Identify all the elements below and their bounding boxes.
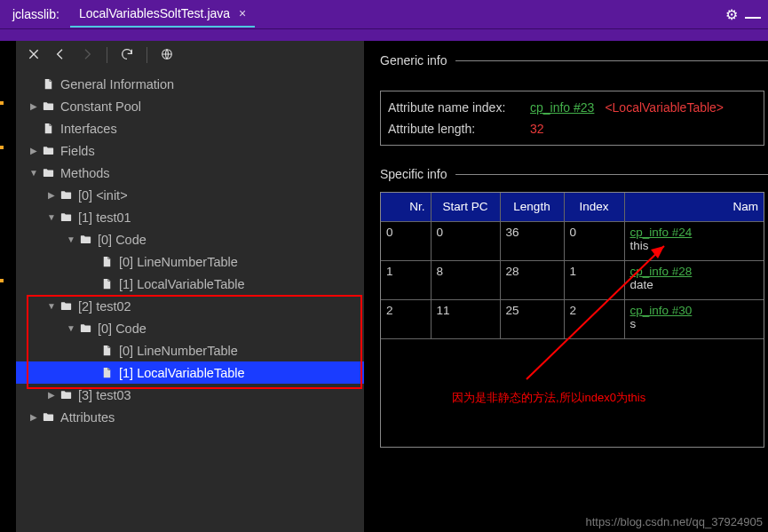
cp-info-link[interactable]: cp_info #30 (630, 304, 759, 317)
table-row: 211252cp_info #30s (381, 299, 764, 338)
attr-length-label: Attribute length: (388, 122, 530, 136)
titlebar: jclasslib: LocalVariablesSoltTest.java ×… (0, 0, 768, 28)
editor-tab[interactable]: LocalVariablesSoltTest.java × (70, 1, 255, 28)
attr-name-value: <LocalVariableTable> (605, 100, 724, 115)
caret-right-icon[interactable]: ▶ (46, 390, 57, 400)
table-cell: 36 (500, 221, 564, 260)
tree-item-label: [0] LineNumberTable (119, 255, 238, 269)
table-cell: 0 (564, 221, 624, 260)
tree-item[interactable]: ▼[0] Code (16, 228, 364, 250)
toolbar (16, 41, 364, 69)
caret-right-icon[interactable]: ▶ (28, 146, 39, 155)
table-cell: 11 (431, 299, 500, 338)
table-cell-name: cp_info #24this (624, 221, 764, 260)
folder-icon (41, 166, 55, 180)
close-icon[interactable] (27, 47, 41, 64)
attr-name-label: Attribute name index: (388, 100, 530, 115)
caret-right-icon[interactable]: ▶ (28, 412, 39, 422)
table-cell: 25 (500, 299, 564, 338)
tree-item[interactable]: ▼Methods (16, 162, 364, 184)
table-cell: 2 (381, 299, 431, 338)
table-cell: 1 (564, 260, 624, 299)
folder-icon (59, 188, 73, 202)
file-icon (99, 344, 114, 358)
tree-item-label: [2] test02 (78, 299, 131, 314)
tree-item-label: [0] Code (98, 233, 146, 247)
file-icon (99, 255, 114, 269)
tree-item-label: General Information (60, 77, 174, 91)
table-cell: 0 (381, 221, 431, 260)
tree-item[interactable]: ▶Constant Pool (16, 95, 364, 117)
close-icon[interactable]: × (239, 6, 246, 20)
tree-item-label: Methods (60, 166, 110, 180)
caret-down-icon[interactable]: ▼ (66, 323, 76, 333)
file-icon (41, 122, 55, 136)
watermark: https://blog.csdn.net/qq_37924905 (586, 515, 764, 528)
tree-item[interactable]: Interfaces (16, 117, 364, 139)
tree-item-label: Interfaces (60, 122, 117, 136)
caret-right-icon[interactable]: ▶ (46, 190, 57, 200)
tree-item[interactable]: ▶Attributes (16, 406, 364, 428)
table-header[interactable]: Nr. (381, 193, 431, 221)
tree-item[interactable]: [0] LineNumberTable (16, 250, 364, 273)
tab-label: LocalVariablesSoltTest.java (79, 6, 230, 20)
minimize-button[interactable] (745, 10, 761, 19)
tree-item[interactable]: ▼[0] Code (16, 317, 364, 339)
file-icon (41, 77, 55, 91)
folder-icon (59, 299, 73, 314)
tree-item[interactable]: ▶[3] test03 (16, 384, 364, 406)
tree-item-label: Fields (60, 144, 95, 158)
folder-icon (78, 233, 92, 247)
tree-item[interactable]: ▶Fields (16, 139, 364, 162)
cp-info-link[interactable]: cp_info #28 (630, 265, 759, 278)
cp-info-link[interactable]: cp_info #24 (630, 226, 759, 239)
tree-item-label: [1] test01 (78, 210, 131, 225)
left-rail (0, 41, 16, 532)
tree-item-label: [0] <init> (78, 188, 128, 202)
app-name: jclasslib: (7, 7, 65, 21)
tree-item[interactable]: [1] LocalVariableTable (16, 273, 364, 295)
table-header[interactable]: Start PC (431, 193, 500, 221)
generic-info-header: Generic info (380, 53, 768, 67)
tree-item-label: [0] LineNumberTable (119, 344, 238, 358)
folder-icon (41, 99, 55, 114)
localvar-table: Nr.Start PCLengthIndexNam 00360cp_info #… (380, 192, 764, 448)
caret-down-icon[interactable]: ▼ (46, 301, 57, 311)
tree-item-label: Attributes (60, 410, 115, 425)
globe-icon[interactable] (160, 47, 174, 64)
tree-item-label: [0] Code (98, 322, 146, 336)
table-row: 00360cp_info #24this (381, 221, 764, 260)
table-cell: 28 (500, 260, 564, 299)
folder-icon (59, 210, 73, 225)
table-header[interactable]: Nam (624, 193, 764, 221)
table-header[interactable]: Length (500, 193, 564, 221)
file-icon (99, 366, 114, 380)
table-cell-name: cp_info #30s (624, 299, 764, 338)
tree-item[interactable]: ▼[2] test02 (16, 295, 364, 317)
attr-name-link[interactable]: cp_info #23 (530, 100, 594, 115)
caret-right-icon[interactable]: ▶ (28, 101, 39, 111)
gear-icon[interactable]: ⚙ (725, 6, 738, 23)
tree-item[interactable]: [1] LocalVariableTable (16, 361, 364, 384)
folder-icon (41, 144, 55, 158)
file-icon (99, 277, 114, 291)
back-icon[interactable] (53, 47, 67, 64)
tree-item[interactable]: ▶[0] <init> (16, 184, 364, 206)
refresh-icon[interactable] (120, 47, 134, 64)
caret-down-icon[interactable]: ▼ (46, 212, 57, 222)
caret-down-icon[interactable]: ▼ (28, 168, 39, 178)
table-header[interactable]: Index (564, 193, 624, 221)
folder-icon (59, 388, 73, 402)
tree-item-label: [3] test03 (78, 388, 131, 402)
tree-item-label: [1] LocalVariableTable (119, 277, 245, 291)
tree-item[interactable]: [0] LineNumberTable (16, 339, 364, 361)
generic-info-box: Attribute name index: cp_info #23 <Local… (380, 91, 764, 146)
purple-strip (0, 28, 768, 41)
annotation-text: 因为是非静态的方法,所以index0为this (452, 390, 645, 406)
tree-item[interactable]: General Information (16, 73, 364, 95)
caret-down-icon[interactable]: ▼ (66, 234, 76, 244)
table-cell: 0 (431, 221, 500, 260)
tree-item[interactable]: ▼[1] test01 (16, 206, 364, 228)
table-cell-name: cp_info #28date (624, 260, 764, 299)
detail-pane: Generic info Attribute name index: cp_in… (364, 41, 768, 532)
